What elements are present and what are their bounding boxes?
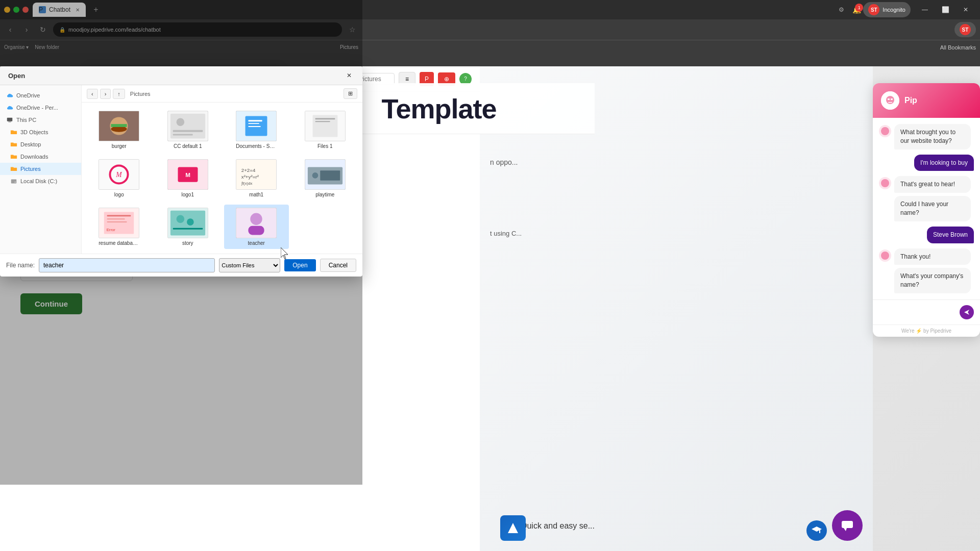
file-dialog-footer: File name: Custom Files All Files Open C… — [0, 254, 362, 277]
profile-button[interactable]: ST Incognito — [863, 2, 911, 17]
file-item-resume[interactable]: Error resume database error — [87, 205, 152, 249]
minimize-win-button[interactable]: — — [915, 2, 935, 18]
teacher-thumbnail — [236, 208, 276, 238]
chat-bubble-bot-1: What brought you to our website today? — [894, 124, 971, 149]
file-thumb-resume: Error — [99, 208, 139, 238]
file-item-cc-default[interactable]: CC default 1 — [156, 108, 220, 152]
file-item-math1[interactable]: 2+2=4x²+y²=r²∫f(x)dx math1 — [224, 156, 289, 201]
chatbot-send-button[interactable] — [960, 305, 974, 319]
opportunity-text: n oppo... — [490, 158, 518, 166]
file-dialog-overlay: Open ✕ OneDrive OneDrive - Per... This P… — [0, 0, 362, 485]
sidebar-3d-objects[interactable]: 3D Objects — [0, 126, 81, 138]
cancel-button[interactable]: Cancel — [320, 259, 356, 272]
settings-icon[interactable]: ⚙ — [839, 6, 844, 13]
file-label-playtime: playtime — [315, 192, 334, 197]
file-thumb-burger — [99, 111, 139, 141]
file-item-logo1[interactable]: M logo1 — [156, 156, 220, 201]
template-heading: Template — [381, 93, 496, 124]
pip-bottom-icon — [500, 515, 526, 541]
svg-rect-7 — [11, 180, 17, 184]
file-label-logo1: logo1 — [182, 192, 194, 197]
svg-rect-12 — [111, 124, 127, 127]
sidebar-desktop-label: Desktop — [20, 141, 41, 147]
docs-thumbnail — [236, 111, 276, 141]
svg-rect-26 — [315, 121, 330, 122]
path-label: Pictures — [127, 91, 154, 97]
file-item-documents[interactable]: Documents - Shortcut — [224, 108, 289, 152]
chat-bot-avatar-3 — [879, 249, 891, 262]
chat-bubble-bot-3: Could I have your name? — [894, 196, 971, 221]
file-label-resume: resume database error — [99, 240, 139, 246]
svg-point-49 — [176, 215, 184, 223]
sidebar-onedrive-personal[interactable]: OneDrive - Per... — [0, 102, 81, 114]
up-nav-button[interactable]: ↑ — [113, 89, 125, 99]
open-button[interactable]: Open — [284, 259, 315, 271]
file-thumb-logo1: M — [167, 159, 208, 190]
chatbot-body: What brought you to our website today? I… — [873, 118, 980, 299]
lightning-icon: ⚡ — [916, 328, 922, 334]
svg-text:Error: Error — [107, 228, 116, 232]
filename-input[interactable] — [39, 258, 215, 272]
file-item-teacher[interactable]: teacher — [224, 205, 289, 249]
file-item-logo[interactable]: M logo — [87, 156, 152, 201]
svg-rect-17 — [173, 134, 193, 136]
sidebar-3d-objects-label: 3D Objects — [20, 129, 48, 135]
svg-point-8 — [15, 182, 16, 183]
sidebar-desktop[interactable]: Desktop — [0, 138, 81, 151]
file-label-cc: CC default 1 — [174, 143, 202, 149]
file-grid: burger CC default 1 Documents - Shortcut — [82, 103, 362, 254]
svg-rect-51 — [173, 228, 203, 230]
chatbot-text-input[interactable] — [879, 309, 955, 316]
right-content-area: n oppo... t using C... Quick and easy se… — [480, 66, 873, 551]
folder-pictures-icon — [10, 165, 17, 172]
file-item-burger[interactable]: burger — [87, 108, 152, 152]
quick-easy-text: Quick and easy se... — [521, 521, 595, 531]
chat-bubble-user-1: I'm looking to buy — [914, 155, 974, 171]
sidebar-local-disk[interactable]: Local Disk (C:) — [0, 175, 81, 187]
file-item-playtime[interactable]: playtime — [293, 156, 358, 201]
chat-bot-avatar-1 — [879, 125, 891, 137]
file-item-story[interactable]: story — [156, 205, 220, 249]
using-text: t using C... — [490, 230, 522, 237]
file-dialog-main: ‹ › ↑ Pictures ⊞ burger — [82, 85, 362, 254]
file-label-documents: Documents - Shortcut — [236, 143, 277, 149]
notification-icon-container: 🔔 1 — [852, 6, 861, 14]
file-thumb-docs — [236, 111, 277, 141]
chatbot-avatar — [881, 91, 899, 110]
sidebar-onedrive[interactable]: OneDrive — [0, 89, 81, 102]
sidebar-this-pc[interactable]: This PC — [0, 114, 81, 126]
notification-badge: 1 — [855, 4, 863, 12]
sidebar-downloads-label: Downloads — [20, 154, 48, 160]
chat-bubble-button[interactable] — [832, 510, 863, 541]
resume-thumbnail: Error — [99, 208, 139, 238]
svg-point-62 — [881, 252, 889, 260]
chat-bot-avatar-2 — [879, 177, 891, 189]
file-thumb-story — [167, 208, 208, 238]
right-profile-button[interactable]: ST — [954, 22, 976, 37]
svg-text:M: M — [116, 171, 122, 179]
story-thumbnail — [168, 208, 208, 238]
sidebar-downloads[interactable]: Downloads — [0, 151, 81, 163]
svg-point-15 — [176, 118, 184, 126]
computer-icon — [6, 116, 13, 123]
restore-win-button[interactable]: ⬜ — [935, 2, 955, 18]
close-win-button[interactable]: ✕ — [955, 2, 976, 18]
back-nav-button[interactable]: ‹ — [87, 89, 98, 99]
filetype-select[interactable]: Custom Files All Files — [219, 258, 280, 272]
send-icon — [964, 309, 970, 315]
forward-nav-button[interactable]: › — [100, 89, 111, 99]
view-toggle-button[interactable]: ⊞ — [344, 88, 357, 99]
file-item-files1[interactable]: Files 1 — [293, 108, 358, 152]
cc-thumbnail — [168, 111, 208, 141]
svg-point-56 — [886, 96, 894, 104]
pip-avatar-icon — [881, 91, 899, 110]
svg-rect-45 — [107, 221, 127, 222]
file-dialog-sidebar: OneDrive OneDrive - Per... This PC 3D Ob… — [0, 85, 82, 254]
file-dialog-close-button[interactable]: ✕ — [344, 70, 354, 81]
svg-rect-40 — [320, 170, 340, 181]
bot-mini-icon-2 — [881, 179, 889, 187]
burger-thumbnail — [99, 111, 139, 141]
chatbot-footer: We're ⚡ by Pipedrive — [873, 324, 980, 337]
sidebar-pictures[interactable]: Pictures — [0, 163, 81, 175]
svg-rect-44 — [107, 218, 125, 219]
